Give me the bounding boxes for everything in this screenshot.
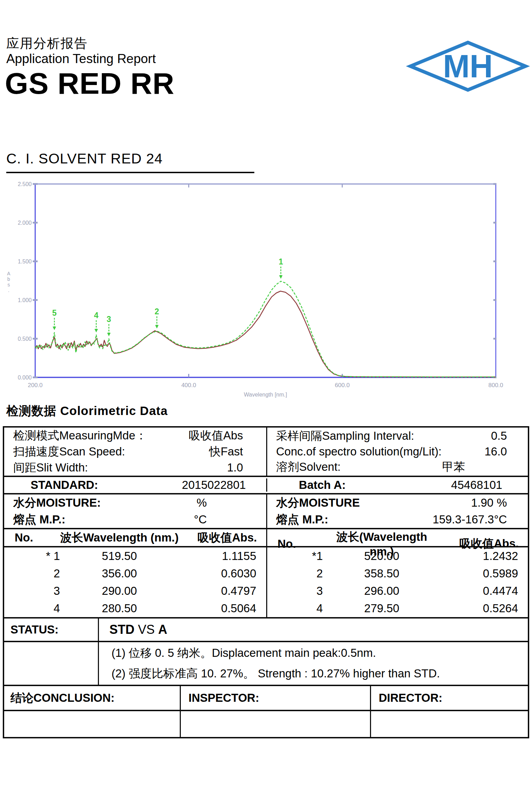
std-curve	[35, 291, 496, 377]
y-tick-label: 1.000	[18, 297, 32, 303]
peak-marker-label: 2	[155, 307, 159, 316]
standard-id-cell: STANDARD: 2015022801	[4, 478, 266, 492]
peak-marker-label: 5	[52, 308, 57, 317]
moisture-label: 水分MOISTURE:	[13, 495, 101, 511]
cell-abs: 0.4797	[179, 584, 266, 598]
moisture-left: 水分MOISTURE: % 熔点 M.P.: °C	[4, 494, 266, 528]
table-row: * 1 519.50 1.1155	[4, 550, 266, 563]
product-name: GS RED RR	[5, 66, 175, 101]
peak-marker-arrowhead	[155, 325, 159, 329]
cell-abs: 0.5064	[179, 602, 266, 615]
logo-text: MH	[443, 48, 493, 84]
cell-wavelength: 356.00	[60, 567, 179, 580]
moisture-value: 1.90 %	[471, 496, 528, 509]
batch-a-curve	[35, 281, 496, 377]
mp-label: 熔点 M.P.:	[276, 512, 329, 528]
moisture-line: 水分MOISTURE 1.90 %	[267, 495, 528, 511]
peaks-header-right: No. 波长(Wavelength nm.) 吸收值Abs.	[266, 529, 528, 546]
param-value: 吸收值Abs	[189, 428, 266, 444]
y-tick-label: 1.500	[18, 259, 32, 264]
signoff-empty-row	[4, 710, 528, 737]
y-tick-label: 0.500	[18, 336, 32, 342]
param-line: 检测模式MeasuringMde： 吸收值Abs	[4, 428, 266, 444]
director-label: DIRECTOR:	[370, 686, 528, 710]
status-vs: VS	[134, 622, 158, 637]
y-axis-label: s	[8, 282, 10, 287]
company-logo: MH	[406, 38, 531, 94]
mp-value: 159.3-167.3°C	[433, 513, 528, 526]
y-tick-label: 2.000	[18, 220, 32, 226]
x-tick-label: 200.0	[28, 382, 43, 389]
status-label: STATUS:	[4, 619, 98, 641]
section-heading: 检测数据 Colorimetric Data	[6, 403, 168, 419]
signoff-row: 结论CONCLUSION: INSPECTOR: DIRECTOR:	[4, 685, 528, 710]
notes-spacer	[4, 642, 98, 685]
status-row: STATUS: STD VS A	[4, 617, 528, 641]
x-tick-label: 600.0	[335, 382, 350, 389]
absorbance-spectrum-chart: 0.0000.5001.0001.5002.0002.500200.0400.0…	[0, 174, 532, 404]
note-displacement: (1) 位移 0. 5 纳米。Displacement main peak:0.…	[111, 645, 528, 661]
cell-wavelength: 279.50	[323, 602, 441, 615]
param-label: 扫描速度Scan Speed:	[13, 444, 125, 460]
cell-no: 4	[267, 602, 323, 615]
notes-row: (1) 位移 0. 5 纳米。Displacement main peak:0.…	[4, 641, 528, 685]
cell-wavelength: 296.00	[323, 584, 441, 598]
x-axis-label: Wavelength [nm.]	[244, 392, 287, 398]
sample-id-row: STANDARD: 2015022801 Batch A: 45468101	[4, 476, 528, 493]
mp-line: 熔点 M.P.: 159.3-167.3°C	[267, 512, 528, 528]
y-axis-label: b	[7, 276, 10, 282]
param-line: 扫描速度Scan Speed: 快Fast	[4, 444, 266, 460]
inspector-label: INSPECTOR:	[180, 686, 370, 710]
status-std: STD	[109, 622, 134, 637]
params-right: 采样间隔Sampling Interval: 0.5 Conc.of spect…	[266, 428, 528, 476]
director-field	[370, 711, 528, 737]
cell-abs: 1.1155	[179, 550, 266, 563]
col-no: No.	[4, 531, 60, 544]
cell-abs: 0.4474	[441, 584, 528, 598]
param-label: 采样间隔Sampling Interval:	[276, 428, 414, 444]
y-axis-label: A	[7, 271, 10, 276]
section-heading-cn: 检测数据	[6, 404, 56, 417]
batch-label: Batch A:	[299, 478, 346, 492]
param-line: 间距Slit Width: 1.0	[4, 460, 266, 476]
standard-value: 2015022801	[182, 478, 246, 492]
cell-no: 3	[267, 584, 323, 598]
cell-wavelength: 358.50	[323, 567, 441, 580]
y-tick-label: 2.500	[18, 181, 32, 187]
x-tick-label: 800.0	[488, 382, 503, 389]
cell-abs: 0.5264	[441, 602, 528, 615]
cell-abs: 1.2432	[441, 550, 528, 563]
peak-marker-label: 4	[94, 311, 99, 320]
param-label: Conc.of spectro solution(mg/Lit):	[276, 445, 442, 458]
table-row: 3 296.00 0.4474	[267, 584, 528, 598]
cell-no: 4	[4, 602, 60, 615]
cell-wavelength: 520.00	[323, 550, 441, 563]
report-title-en: Application Testing Report	[6, 52, 156, 66]
param-line: 采样间隔Sampling Interval: 0.5	[267, 428, 528, 444]
table-row: 2 356.00 0.6030	[4, 567, 266, 580]
moisture-row: 水分MOISTURE: % 熔点 M.P.: °C 水分MOISTURE 1.9…	[4, 493, 528, 528]
cell-no: 2	[267, 567, 323, 580]
params-left: 检测模式MeasuringMde： 吸收值Abs 扫描速度Scan Speed:…	[4, 428, 266, 476]
notes-cell: (1) 位移 0. 5 纳米。Displacement main peak:0.…	[98, 642, 528, 685]
param-value: 0.5	[491, 429, 528, 443]
section-heading-en: Colorimetric Data	[60, 404, 168, 417]
param-line: Conc.of spectro solution(mg/Lit): 16.0	[267, 445, 528, 458]
report-page: 应用分析报告 Application Testing Report GS RED…	[0, 0, 532, 799]
param-value: 甲苯	[442, 459, 528, 475]
params-row: 检测模式MeasuringMde： 吸收值Abs 扫描速度Scan Speed:…	[4, 428, 528, 476]
colorimetric-data-table: 检测模式MeasuringMde： 吸收值Abs 扫描速度Scan Speed:…	[3, 426, 529, 738]
table-row: 4 279.50 0.5264	[267, 602, 528, 615]
mp-line: 熔点 M.P.: °C	[4, 512, 266, 528]
table-row: *1 520.00 1.2432	[267, 550, 528, 563]
col-abs: 吸收值Abs.	[179, 530, 266, 546]
standard-label: STANDARD:	[31, 478, 98, 492]
mp-value: °C	[194, 513, 266, 526]
param-label: 溶剂Solvent:	[276, 459, 341, 475]
peaks-header-row: No. 波长Wavelength (nm.) 吸收值Abs. No. 波长(Wa…	[4, 528, 528, 546]
peak-marker-label: 3	[107, 315, 111, 324]
y-tick-label: 0.000	[18, 375, 32, 381]
cell-no: 3	[4, 584, 60, 598]
param-value: 16.0	[485, 445, 528, 458]
peak-marker-label: 1	[279, 257, 283, 266]
